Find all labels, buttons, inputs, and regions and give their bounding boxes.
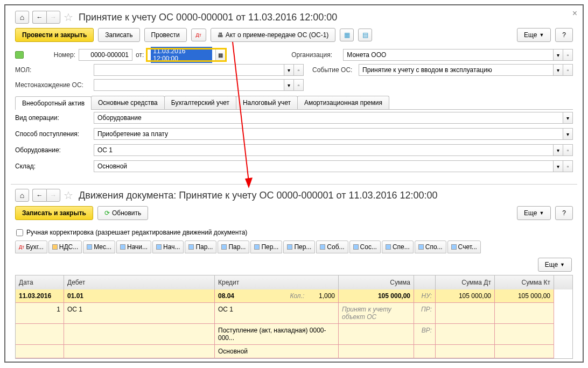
printer-icon [218,31,223,39]
org-input[interactable]: Монета ООО [343,49,554,61]
op-label: Вид операции: [15,114,90,122]
help-button[interactable]: ? [555,206,573,220]
col-sumkt[interactable]: Сумма Кт [495,275,554,289]
post-button[interactable]: Провести [144,28,187,42]
dropdown-icon[interactable]: ▾ [554,49,563,61]
tab-fixed-assets[interactable]: Основные средства [91,96,165,109]
move-tab-12[interactable]: Спо... [415,240,446,253]
col-credit[interactable]: Кредит [215,275,339,289]
movements-title: Движения документа: Принятие к учету ОС … [79,190,438,201]
move-tab-10[interactable]: Сос... [349,240,381,253]
dropdown-icon[interactable]: ▾ [554,144,563,156]
open-icon[interactable]: ▫ [563,64,573,76]
location-label: Местонахождение ОС: [15,81,90,89]
tab-bar: Внеоборотный актив Основные средства Бух… [15,96,573,110]
move-tab-0[interactable]: ДтБухг... [15,240,47,253]
move-tab-9[interactable]: Соб... [316,240,348,253]
col-debit[interactable]: Дебет [64,275,215,289]
move-tab-13[interactable]: Счет... [447,240,481,253]
list-button[interactable]: ▤ [358,29,372,41]
org-label: Организация: [291,51,340,59]
move-tab-11[interactable]: Спе... [382,240,414,253]
date-input[interactable]: 11.03.2016 12:00:00 [147,49,216,61]
move-tab-5[interactable]: Пар... [185,240,216,253]
back-button[interactable]: ← [32,189,46,202]
method-label: Способ поступления: [15,130,90,138]
back-button[interactable]: ← [32,11,46,24]
move-tab-8[interactable]: Пер... [283,240,315,253]
from-label: от: [136,51,144,59]
more-button[interactable]: Еще ▼ [517,206,551,220]
col-date[interactable]: Дата [16,275,64,289]
home-button[interactable] [15,11,29,24]
stock-label: Склад: [15,162,90,170]
manual-checkbox[interactable] [16,229,23,236]
attach-button[interactable]: ▦ [340,29,354,41]
home-icon [20,13,24,22]
move-tab-6[interactable]: Пар... [218,240,249,253]
mol-label: МОЛ: [15,66,90,74]
open-icon[interactable]: ▫ [563,144,573,156]
col-sum[interactable]: Сумма [339,275,414,289]
open-icon[interactable]: ▫ [563,49,573,61]
dt-kt-button[interactable]: Дт [191,29,206,41]
grid-more-button[interactable]: Еще ▼ [538,258,572,272]
table-row[interactable]: 11.03.2016 01.01 08.04Кол.: 1,000 105 00… [16,289,572,303]
move-tab-7[interactable]: Пер... [250,240,282,253]
refresh-button[interactable]: ⟳ Обновить [97,206,148,220]
movements-grid: Дата Дебет Кредит Сумма Сумма Дт Сумма К… [15,275,573,359]
post-close-button[interactable]: Провести и закрыть [15,28,94,42]
dropdown-icon[interactable]: ▾ [563,112,573,124]
forward-button[interactable]: → [46,11,60,24]
move-tab-1[interactable]: НДС... [48,240,82,253]
move-tab-2[interactable]: Мес... [83,240,115,253]
forward-button[interactable]: → [46,189,60,202]
open-icon[interactable]: ▫ [294,64,304,76]
table-row[interactable]: 1 ОС 1 ОС 1 Принят к учету объект ОС ПР: [16,303,572,324]
home-icon [20,191,24,200]
tab-asset[interactable]: Внеоборотный актив [15,96,92,110]
mol-input[interactable] [94,64,284,76]
help-button[interactable]: ? [555,28,573,42]
method-input[interactable]: Приобретение за плату [94,128,563,140]
move-tab-3[interactable]: Начи... [116,240,151,253]
event-label: Событие ОС: [312,66,355,74]
location-input[interactable] [94,79,284,91]
table-row[interactable]: Основной [16,345,572,358]
save-button[interactable]: Записать [98,28,139,42]
event-input[interactable]: Принятие к учету с вводом в эксплуатацию [359,64,554,76]
number-input[interactable]: 0000-000001 [79,49,132,61]
calendar-icon[interactable]: ▦ [216,49,226,61]
favorite-icon[interactable]: ☆ [64,189,73,202]
status-icon [15,51,24,59]
close-icon[interactable]: × [572,9,577,18]
tab-accounting[interactable]: Бухгалтерский учет [164,96,236,109]
equip-input[interactable]: ОС 1 [94,144,554,156]
dropdown-icon[interactable]: ▾ [284,79,294,91]
equip-label: Оборудование: [15,146,90,154]
favorite-icon[interactable]: ☆ [64,11,73,24]
save-close-button[interactable]: Записать и закрыть [15,206,93,220]
dropdown-icon[interactable]: ▾ [554,64,563,76]
movements-tabs: ДтБухг... НДС... Мес... Начи... Нач... П… [11,239,577,254]
manual-label: Ручная корректировка (разрешает редактир… [26,229,247,236]
open-icon[interactable]: ▫ [563,160,573,172]
open-icon[interactable]: ▫ [294,79,304,91]
table-row[interactable]: Поступление (акт, накладная) 0000-000...… [16,324,572,345]
home-button[interactable] [15,189,29,202]
dropdown-icon[interactable]: ▾ [284,64,294,76]
dropdown-icon[interactable]: ▾ [563,128,573,140]
page-title: Принятие к учету ОС 0000-000001 от 11.03… [79,12,337,23]
tab-amort[interactable]: Амортизационная премия [297,96,389,109]
move-tab-4[interactable]: Нач... [152,240,184,253]
dropdown-icon[interactable]: ▾ [554,160,563,172]
col-sumdt[interactable]: Сумма Дт [436,275,495,289]
tab-tax[interactable]: Налоговый учет [236,96,298,109]
stock-input[interactable]: Основной [94,160,554,172]
op-input[interactable]: Оборудование [94,112,563,124]
more-button[interactable]: Еще ▼ [517,28,551,42]
number-label: Номер: [27,51,75,59]
print-act-button[interactable]: Акт о приеме-передаче ОС (ОС-1) [211,28,336,42]
